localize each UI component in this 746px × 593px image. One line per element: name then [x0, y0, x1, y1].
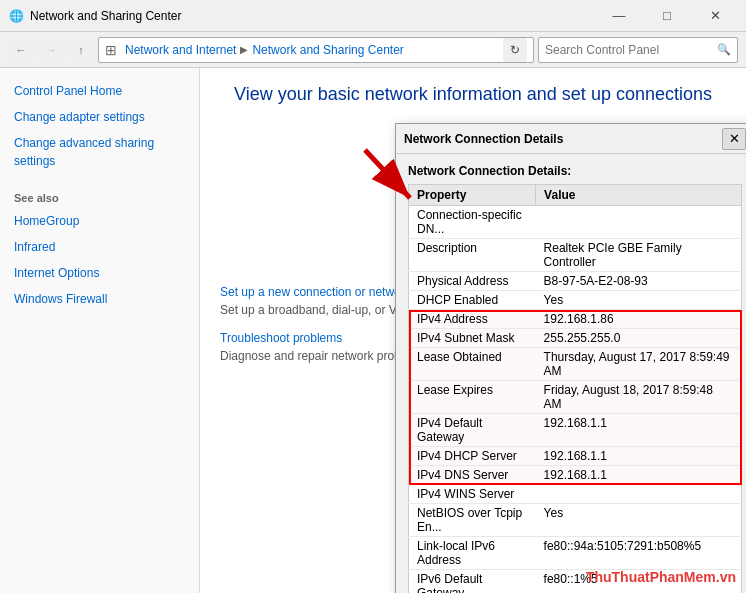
address-path: Network and Internet ▶ Network and Shari… [125, 43, 404, 57]
watermark: ThuThuatPhanMem.vn [586, 569, 736, 585]
up-button[interactable]: ↑ [68, 37, 94, 63]
table-row: IPv4 DNS Server192.168.1.1 [409, 466, 742, 485]
table-row: IPv4 Address192.168.1.86 [409, 310, 742, 329]
sidebar-item-internet-options[interactable]: Internet Options [0, 260, 199, 286]
table-row: Link-local IPv6 Addressfe80::94a:5105:72… [409, 537, 742, 570]
table-row: IPv4 DHCP Server192.168.1.1 [409, 447, 742, 466]
details-table: Property Value Connection-specific DN...… [408, 184, 742, 593]
address-bar-icon: ⊞ [105, 42, 117, 58]
table-cell-value [536, 206, 742, 239]
table-row: Lease ExpiresFriday, August 18, 2017 8:5… [409, 381, 742, 414]
sidebar-item-homegroup[interactable]: HomeGroup [0, 208, 199, 234]
table-cell-property: IPv4 DNS Server [409, 466, 536, 485]
table-row: NetBIOS over Tcpip En...Yes [409, 504, 742, 537]
table-row: Connection-specific DN... [409, 206, 742, 239]
breadcrumb-network-internet[interactable]: Network and Internet [125, 43, 236, 57]
table-cell-value: 192.168.1.1 [536, 447, 742, 466]
table-cell-value: 255.255.255.0 [536, 329, 742, 348]
sidebar-item-change-adapter[interactable]: Change adapter settings [0, 104, 199, 130]
table-cell-property: Physical Address [409, 272, 536, 291]
setup-link[interactable]: Set up a new connection or network: [220, 285, 414, 299]
back-button[interactable]: ← [8, 37, 34, 63]
table-cell-value: Friday, August 18, 2017 8:59:48 AM [536, 381, 742, 414]
search-icon[interactable]: 🔍 [717, 43, 731, 56]
table-cell-value: B8-97-5A-E2-08-93 [536, 272, 742, 291]
search-input[interactable] [545, 43, 717, 57]
table-cell-value: Thursday, August 17, 2017 8:59:49 AM [536, 348, 742, 381]
table-cell-property: IPv4 Default Gateway [409, 414, 536, 447]
table-row: DescriptionRealtek PCIe GBE Family Contr… [409, 239, 742, 272]
dialog-section-label: Network Connection Details: [408, 164, 742, 178]
maximize-button[interactable]: □ [644, 2, 690, 30]
table-cell-value: Yes [536, 291, 742, 310]
title-bar: 🌐 Network and Sharing Center — □ ✕ [0, 0, 746, 32]
refresh-button[interactable]: ↻ [503, 38, 527, 62]
table-cell-property: IPv4 Subnet Mask [409, 329, 536, 348]
table-cell-property: DHCP Enabled [409, 291, 536, 310]
table-cell-property: Lease Expires [409, 381, 536, 414]
table-cell-property: NetBIOS over Tcpip En... [409, 504, 536, 537]
forward-button[interactable]: → [38, 37, 64, 63]
sidebar-item-windows-firewall[interactable]: Windows Firewall [0, 286, 199, 312]
search-bar: 🔍 [538, 37, 738, 63]
table-cell-value: 192.168.1.1 [536, 414, 742, 447]
table-cell-property: IPv4 WINS Server [409, 485, 536, 504]
table-row: DHCP EnabledYes [409, 291, 742, 310]
dialog-title: Network Connection Details [404, 132, 722, 146]
table-row: IPv4 Default Gateway192.168.1.1 [409, 414, 742, 447]
close-button[interactable]: ✕ [692, 2, 738, 30]
network-connection-details-dialog: Network Connection Details ✕ Network Con… [395, 123, 746, 593]
address-bar: ⊞ Network and Internet ▶ Network and Sha… [98, 37, 534, 63]
breadcrumb-sep-1: ▶ [240, 44, 248, 55]
svg-line-1 [365, 150, 410, 198]
table-cell-value: 192.168.1.86 [536, 310, 742, 329]
minimize-button[interactable]: — [596, 2, 642, 30]
see-also-label: See also [0, 182, 199, 208]
sidebar-item-control-panel-home[interactable]: Control Panel Home [0, 78, 199, 104]
window-controls: — □ ✕ [596, 2, 738, 30]
table-cell-value [536, 485, 742, 504]
table-header-row: Property Value [409, 185, 742, 206]
table-cell-property: IPv4 Address [409, 310, 536, 329]
table-cell-property: IPv4 DHCP Server [409, 447, 536, 466]
table-row: IPv4 WINS Server [409, 485, 742, 504]
table-cell-property: IPv6 Default Gateway [409, 570, 536, 594]
troubleshoot-link[interactable]: Troubleshoot problems [220, 331, 342, 345]
table-row: IPv4 Subnet Mask255.255.255.0 [409, 329, 742, 348]
nav-bar: ← → ↑ ⊞ Network and Internet ▶ Network a… [0, 32, 746, 68]
sidebar-item-change-sharing[interactable]: Change advanced sharingsettings [0, 130, 199, 174]
page-title: View your basic network information and … [220, 84, 726, 105]
table-cell-property: Description [409, 239, 536, 272]
app-icon: 🌐 [8, 8, 24, 24]
content-area: View your basic network information and … [200, 68, 746, 593]
table-row: Physical AddressB8-97-5A-E2-08-93 [409, 272, 742, 291]
dialog-title-bar: Network Connection Details ✕ [396, 124, 746, 154]
table-row: Lease ObtainedThursday, August 17, 2017 … [409, 348, 742, 381]
dialog-close-x-button[interactable]: ✕ [722, 128, 746, 150]
main-container: Control Panel Home Change adapter settin… [0, 68, 746, 593]
table-cell-property: Lease Obtained [409, 348, 536, 381]
table-cell-value: Realtek PCIe GBE Family Controller [536, 239, 742, 272]
window-title: Network and Sharing Center [30, 9, 596, 23]
col-value: Value [536, 185, 742, 206]
dialog-content: Network Connection Details: Property Val… [396, 154, 746, 593]
sidebar-item-infrared[interactable]: Infrared [0, 234, 199, 260]
table-container: Property Value Connection-specific DN...… [408, 184, 742, 593]
table-cell-value: fe80::94a:5105:7291:b508%5 [536, 537, 742, 570]
table-cell-property: Link-local IPv6 Address [409, 537, 536, 570]
sidebar: Control Panel Home Change adapter settin… [0, 68, 200, 593]
table-cell-value: Yes [536, 504, 742, 537]
breadcrumb-sharing-center[interactable]: Network and Sharing Center [252, 43, 403, 57]
red-arrow-indicator [355, 140, 435, 220]
table-cell-value: 192.168.1.1 [536, 466, 742, 485]
